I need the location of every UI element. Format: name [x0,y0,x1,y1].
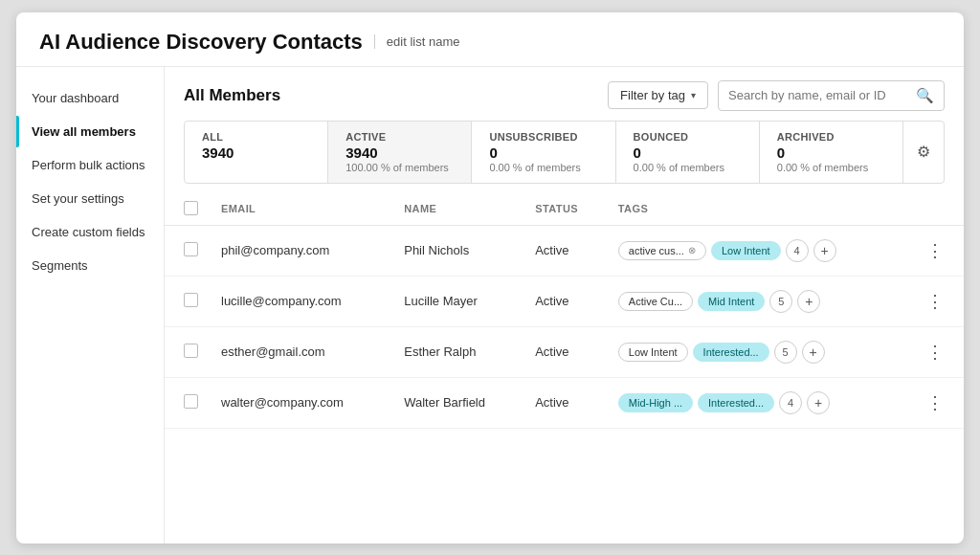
sidebar-item-segments[interactable]: Segments [16,250,164,281]
tag-1[interactable]: Interested... [693,343,769,362]
col-tags: TAGS [607,193,910,226]
stat-sub-unsubscribed: 0.00 % of members [489,162,597,173]
row-checkbox-cell [165,276,210,326]
table-header-row: EMAIL NAME STATUS TAGS [165,193,964,226]
stat-all[interactable]: ALL3940 [185,122,328,183]
stat-bounced[interactable]: BOUNCED00.00 % of members [616,122,760,183]
stat-value-all: 3940 [202,144,310,161]
tag-1[interactable]: Interested... [698,393,774,412]
sidebar-item-dashboard[interactable]: Your dashboard [16,82,164,114]
row-name: Esther Ralph [392,326,523,377]
col-email: EMAIL [210,193,392,226]
row-actions-cell: ⋮ [910,276,964,326]
row-name: Lucille Mayer [392,276,523,326]
row-checkbox[interactable] [184,394,198,409]
sidebar-item-settings[interactable]: Set your settings [16,183,164,214]
stat-value-unsubscribed: 0 [489,144,597,161]
app-container: AI Audience Discovery Contacts edit list… [16,12,964,544]
row-checkbox-cell [165,377,210,428]
app-body: Your dashboardView all membersPerform bu… [16,67,964,544]
row-status: Active [523,276,607,326]
row-menu-button[interactable]: ⋮ [922,237,948,264]
tag-count-badge[interactable]: 4 [779,391,802,414]
add-tag-button[interactable]: + [802,341,825,364]
tag-count-badge[interactable]: 5 [769,290,792,313]
stat-value-bounced: 0 [634,144,742,161]
tag-1[interactable]: Mid Intent [698,292,765,311]
filter-by-tag-dropdown[interactable]: Filter by tag ▾ [608,81,708,109]
row-tags-cell: Active Cu...Mid Intent5+ [607,276,910,326]
stat-sub-archived: 0.00 % of members [777,162,885,173]
stat-value-active: 3940 [345,144,454,161]
stat-sub-active: 100.00 % of members [345,162,454,173]
chevron-down-icon: ▾ [691,90,696,100]
row-menu-button[interactable]: ⋮ [922,389,948,416]
col-status: STATUS [523,193,607,226]
search-icon[interactable]: 🔍 [916,87,934,104]
table-row: phil@company.comPhil NicholsActiveactive… [165,225,964,276]
sidebar-item-bulk-actions[interactable]: Perform bulk actions [16,149,164,181]
stat-unsubscribed[interactable]: UNSUBSCRIBED00.00 % of members [472,122,615,183]
stat-active[interactable]: ACTIVE3940100.00 % of members [328,122,472,183]
row-checkbox[interactable] [184,344,198,358]
row-actions-cell: ⋮ [910,377,964,428]
tag-0[interactable]: active cus...⊗ [618,241,706,260]
sidebar-item-custom-fields[interactable]: Create custom fields [16,216,164,248]
row-status: Active [523,326,607,377]
main-toolbar: All Members Filter by tag ▾ 🔍 [165,67,964,121]
col-checkbox [165,193,210,226]
table-row: lucille@company.comLucille MayerActiveAc… [165,276,964,326]
tag-count-badge[interactable]: 4 [786,239,809,262]
members-table: EMAIL NAME STATUS TAGS phil@company.comP… [165,193,964,429]
tag-1[interactable]: Low Intent [711,241,781,260]
tag-count-badge[interactable]: 5 [774,341,797,364]
search-box: 🔍 [718,80,945,111]
add-tag-button[interactable]: + [797,290,820,313]
sidebar: Your dashboardView all membersPerform bu… [16,67,165,544]
table-row: esther@gmail.comEsther RalphActiveLow In… [165,326,964,377]
row-tags-cell: Low IntentInterested...5+ [607,326,910,377]
row-checkbox-cell [165,225,210,276]
tag-remove-icon[interactable]: ⊗ [688,245,696,255]
row-tags-cell: Mid-High ...Interested...4+ [607,377,910,428]
table-row: walter@company.comWalter BarfieldActiveM… [165,377,964,428]
tags-container: Low IntentInterested...5+ [618,341,899,364]
tag-0[interactable]: Mid-High ... [618,393,693,412]
row-checkbox[interactable] [184,242,198,256]
row-checkbox[interactable] [184,293,198,307]
add-tag-button[interactable]: + [807,391,830,414]
app-header: AI Audience Discovery Contacts edit list… [16,12,964,67]
row-actions-cell: ⋮ [910,326,964,377]
row-menu-button[interactable]: ⋮ [922,339,948,366]
stat-archived[interactable]: ARCHIVED00.00 % of members [760,122,903,183]
add-tag-button[interactable]: + [813,239,836,262]
col-actions [910,193,964,226]
row-name: Phil Nichols [392,225,523,276]
col-name: NAME [392,193,523,226]
row-email: walter@company.com [210,377,392,428]
row-status: Active [523,225,607,276]
page-title: AI Audience Discovery Contacts [39,30,363,55]
stat-label-archived: ARCHIVED [777,131,885,143]
tags-container: Active Cu...Mid Intent5+ [618,290,899,313]
stats-bar: ALL3940ACTIVE3940100.00 % of membersUNSU… [184,121,945,184]
sidebar-item-view-all-members[interactable]: View all members [16,116,164,147]
stat-value-archived: 0 [777,144,885,161]
table-container: EMAIL NAME STATUS TAGS phil@company.comP… [165,193,964,544]
row-actions-cell: ⋮ [910,225,964,276]
select-all-checkbox[interactable] [184,201,198,215]
row-email: esther@gmail.com [210,326,392,377]
stat-label-active: ACTIVE [345,131,454,143]
stat-label-all: ALL [202,131,310,143]
tags-container: Mid-High ...Interested...4+ [618,391,899,414]
edit-list-link[interactable]: edit list name [374,34,460,49]
row-name: Walter Barfield [392,377,523,428]
row-email: lucille@company.com [210,276,392,326]
row-status: Active [523,377,607,428]
tag-0[interactable]: Active Cu... [618,292,693,311]
settings-gear-icon[interactable]: ⚙ [903,122,944,183]
main-content: All Members Filter by tag ▾ 🔍 ALL3940ACT… [165,67,964,544]
search-input[interactable] [728,88,910,102]
row-menu-button[interactable]: ⋮ [922,288,948,315]
tag-0[interactable]: Low Intent [618,343,688,362]
